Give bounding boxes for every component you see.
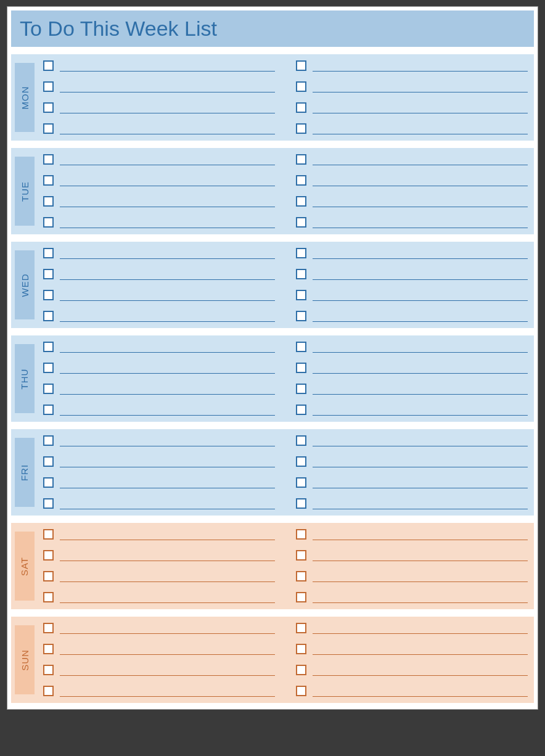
task-line[interactable] <box>313 581 528 582</box>
checkbox-icon[interactable] <box>296 686 306 696</box>
task-line[interactable] <box>60 164 275 165</box>
task-line[interactable] <box>60 258 275 259</box>
checkbox-icon[interactable] <box>296 196 306 207</box>
task-line[interactable] <box>60 414 275 416</box>
checkbox-icon[interactable] <box>296 498 306 509</box>
task-line[interactable] <box>60 633 275 634</box>
task-line[interactable] <box>60 487 275 488</box>
task-line[interactable] <box>60 602 275 603</box>
checkbox-icon[interactable] <box>296 405 306 415</box>
task-line[interactable] <box>313 164 528 165</box>
checkbox-icon[interactable] <box>296 123 306 134</box>
checkbox-icon[interactable] <box>296 311 306 321</box>
checkbox-icon[interactable] <box>296 363 306 373</box>
task-line[interactable] <box>60 279 275 280</box>
task-line[interactable] <box>313 654 528 655</box>
checkbox-icon[interactable] <box>296 102 306 113</box>
task-line[interactable] <box>313 372 528 374</box>
task-line[interactable] <box>313 466 528 467</box>
checkbox-icon[interactable] <box>43 60 54 71</box>
task-line[interactable] <box>60 393 275 395</box>
checkbox-icon[interactable] <box>43 592 54 602</box>
task-line[interactable] <box>313 393 528 395</box>
task-line[interactable] <box>313 560 528 561</box>
checkbox-icon[interactable] <box>296 154 306 165</box>
task-line[interactable] <box>60 300 275 301</box>
checkbox-icon[interactable] <box>43 623 54 633</box>
checkbox-icon[interactable] <box>296 592 306 602</box>
task-line[interactable] <box>313 258 528 259</box>
task-line[interactable] <box>313 539 528 540</box>
task-line[interactable] <box>313 185 528 186</box>
checkbox-icon[interactable] <box>43 311 54 321</box>
checkbox-icon[interactable] <box>296 384 306 394</box>
checkbox-icon[interactable] <box>43 217 54 228</box>
checkbox-icon[interactable] <box>296 60 306 71</box>
task-line[interactable] <box>60 581 275 582</box>
checkbox-icon[interactable] <box>296 217 306 228</box>
task-line[interactable] <box>313 675 528 676</box>
checkbox-icon[interactable] <box>43 269 54 279</box>
checkbox-icon[interactable] <box>296 529 306 540</box>
checkbox-icon[interactable] <box>296 550 306 561</box>
task-line[interactable] <box>60 696 275 697</box>
task-line[interactable] <box>60 351 275 353</box>
task-line[interactable] <box>60 654 275 655</box>
task-line[interactable] <box>313 300 528 301</box>
checkbox-icon[interactable] <box>296 644 306 654</box>
checkbox-icon[interactable] <box>296 342 306 352</box>
task-line[interactable] <box>313 487 528 488</box>
checkbox-icon[interactable] <box>43 363 54 373</box>
task-line[interactable] <box>313 227 528 228</box>
checkbox-icon[interactable] <box>296 665 306 675</box>
task-line[interactable] <box>313 508 528 509</box>
task-line[interactable] <box>313 91 528 92</box>
task-line[interactable] <box>313 112 528 113</box>
task-line[interactable] <box>60 185 275 186</box>
checkbox-icon[interactable] <box>43 405 54 415</box>
checkbox-icon[interactable] <box>296 456 306 467</box>
task-line[interactable] <box>60 206 275 207</box>
checkbox-icon[interactable] <box>296 269 306 279</box>
task-line[interactable] <box>313 321 528 322</box>
task-line[interactable] <box>313 133 528 134</box>
task-line[interactable] <box>60 539 275 540</box>
checkbox-icon[interactable] <box>43 665 54 675</box>
checkbox-icon[interactable] <box>43 477 54 488</box>
checkbox-icon[interactable] <box>43 102 54 113</box>
checkbox-icon[interactable] <box>43 686 54 696</box>
checkbox-icon[interactable] <box>43 290 54 300</box>
checkbox-icon[interactable] <box>296 623 306 633</box>
task-line[interactable] <box>313 70 528 72</box>
checkbox-icon[interactable] <box>43 456 54 467</box>
checkbox-icon[interactable] <box>43 571 54 581</box>
checkbox-icon[interactable] <box>296 175 306 186</box>
task-line[interactable] <box>313 351 528 353</box>
task-line[interactable] <box>313 602 528 603</box>
task-line[interactable] <box>313 414 528 416</box>
checkbox-icon[interactable] <box>296 248 306 258</box>
task-line[interactable] <box>60 321 275 322</box>
task-line[interactable] <box>60 227 275 228</box>
checkbox-icon[interactable] <box>43 248 54 258</box>
task-line[interactable] <box>60 133 275 134</box>
task-line[interactable] <box>60 91 275 92</box>
checkbox-icon[interactable] <box>43 81 54 92</box>
task-line[interactable] <box>313 696 528 697</box>
checkbox-icon[interactable] <box>43 644 54 654</box>
task-line[interactable] <box>60 112 275 113</box>
checkbox-icon[interactable] <box>43 196 54 207</box>
task-line[interactable] <box>313 445 528 446</box>
task-line[interactable] <box>60 466 275 467</box>
checkbox-icon[interactable] <box>43 498 54 509</box>
task-line[interactable] <box>60 445 275 446</box>
task-line[interactable] <box>60 675 275 676</box>
checkbox-icon[interactable] <box>43 550 54 561</box>
task-line[interactable] <box>313 633 528 634</box>
task-line[interactable] <box>313 206 528 207</box>
task-line[interactable] <box>60 560 275 561</box>
task-line[interactable] <box>60 70 275 72</box>
checkbox-icon[interactable] <box>296 435 306 446</box>
checkbox-icon[interactable] <box>296 290 306 300</box>
task-line[interactable] <box>313 279 528 280</box>
